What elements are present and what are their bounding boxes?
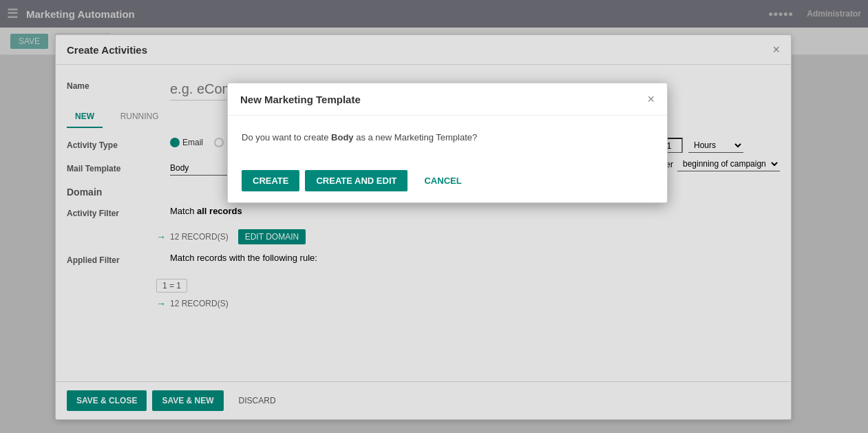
activity-type-label: Activity Type [67,138,156,150]
records1-count: 12 RECORD(S) [170,232,229,242]
arrow-right-icon2: → [156,298,166,309]
radio-email-circle [170,138,180,147]
radio-email[interactable]: Email [170,138,203,147]
arrow-right-icon: → [156,231,166,242]
mail-template-label: Mail Template [67,161,156,173]
trigger-unit-select[interactable]: Hours Days Weeks [688,138,743,153]
create-activities-title: Create Activities [67,44,147,56]
nmt-title: New Marketing Template [240,94,361,105]
create-and-edit-button[interactable]: CREATE AND EDIT [305,170,407,191]
nmt-body: Do you want to create Body as a new Mark… [228,116,667,159]
applied-filter-label: Applied Filter [67,253,156,265]
records2-row: → 12 RECORD(S) [156,298,525,309]
activity-filter-label: Activity Filter [67,206,156,218]
records2-count: 12 RECORD(S) [170,299,229,308]
records1-row: → 12 RECORD(S) EDIT DOMAIN [156,229,525,244]
create-activities-close[interactable]: × [772,43,780,56]
trigger-after-select[interactable]: beginning of campaign previous activity [677,157,780,171]
trigger-group: Hours Days Weeks [655,138,780,153]
nmt-footer: CREATE CREATE AND EDIT CANCEL [228,159,667,202]
create-button[interactable]: CREATE [242,170,299,191]
create-activities-footer: SAVE & CLOSE SAVE & NEW DISCARD [56,381,791,419]
save-close-button[interactable]: SAVE & CLOSE [67,390,147,411]
name-label: Name [67,78,156,91]
save-new-button[interactable]: SAVE & NEW [152,390,223,411]
nmt-close-button[interactable]: × [647,93,655,105]
footer-discard-button[interactable]: DISCARD [229,390,286,411]
radio-server-action-circle [214,138,224,147]
nmt-body-prefix: Do you want to create [242,132,331,142]
activity-filter-value: Match all records [170,206,242,216]
nmt-body-bold: Body [331,132,354,142]
filter-rule: 1 = 1 [156,279,187,293]
nmt-body-suffix: as a new Marketing Template? [354,132,478,142]
edit-domain-button[interactable]: EDIT DOMAIN [238,229,306,244]
mail-template-value: Body [170,163,189,173]
new-marketing-template-modal: New Marketing Template × Do you want to … [227,83,668,203]
nmt-header: New Marketing Template × [228,83,667,116]
applied-filter-text: Match records with the following rule: [170,253,317,263]
cancel-button[interactable]: CANCEL [413,170,472,191]
tab-running[interactable]: RUNNING [112,106,167,127]
tab-new[interactable]: NEW [67,106,103,128]
